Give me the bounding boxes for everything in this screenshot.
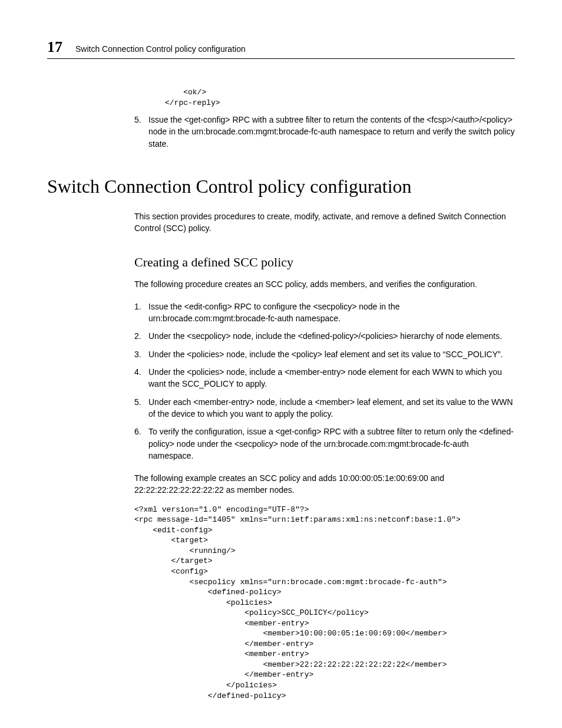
list-item-text: Issue the <edit-config> RPC to configure… xyxy=(148,301,515,325)
section-heading: Switch Connection Control policy configu… xyxy=(47,176,515,197)
list-item: 1. Issue the <edit-config> RPC to config… xyxy=(134,301,515,325)
list-item-number: 6. xyxy=(134,426,148,462)
code-example: <?xml version="1.0" encoding="UTF-8"?> <… xyxy=(134,505,515,701)
list-item: 5. Under each <member-entry> node, inclu… xyxy=(134,396,515,420)
list-item-number: 5. xyxy=(134,114,148,150)
subsection-intro: The following procedure creates an SCC p… xyxy=(134,278,515,290)
list-item-text: To verify the configuration, issue a <ge… xyxy=(148,426,515,462)
page-header: 17 Switch Connection Control policy conf… xyxy=(47,38,515,59)
example-intro: The following example creates an SCC pol… xyxy=(134,472,515,496)
list-item-number: 4. xyxy=(134,366,148,390)
top-code-snippet: <ok/> </rpc-reply> xyxy=(165,87,515,108)
list-item-text: Under the <secpolicy> node, include the … xyxy=(148,330,515,342)
list-item: 5. Issue the <get-config> RPC with a sub… xyxy=(134,114,515,150)
content-body: <ok/> </rpc-reply> 5. Issue the <get-con… xyxy=(134,87,515,150)
subsection-heading: Creating a defined SCC policy xyxy=(134,255,515,270)
list-item: 3. Under the <policies> node, include th… xyxy=(134,348,515,360)
list-item-text: Issue the <get-config> RPC with a subtre… xyxy=(148,114,515,150)
list-item-text: Under each <member-entry> node, include … xyxy=(148,396,515,420)
chapter-number: 17 xyxy=(47,38,62,56)
list-item-number: 1. xyxy=(134,301,148,325)
list-item: 6. To verify the configuration, issue a … xyxy=(134,426,515,462)
section-body: This section provides procedures to crea… xyxy=(134,210,515,701)
list-item: 4. Under the <policies> node, include a … xyxy=(134,366,515,390)
chapter-title: Switch Connection Control policy configu… xyxy=(75,44,246,54)
list-item-number: 2. xyxy=(134,330,148,342)
list-item-number: 3. xyxy=(134,348,148,360)
list-item-text: Under the <policies> node, include the <… xyxy=(148,348,515,360)
list-item: 2. Under the <secpolicy> node, include t… xyxy=(134,330,515,342)
list-item-text: Under the <policies> node, include a <me… xyxy=(148,366,515,390)
section-intro: This section provides procedures to crea… xyxy=(134,210,515,235)
list-item-number: 5. xyxy=(134,396,148,420)
